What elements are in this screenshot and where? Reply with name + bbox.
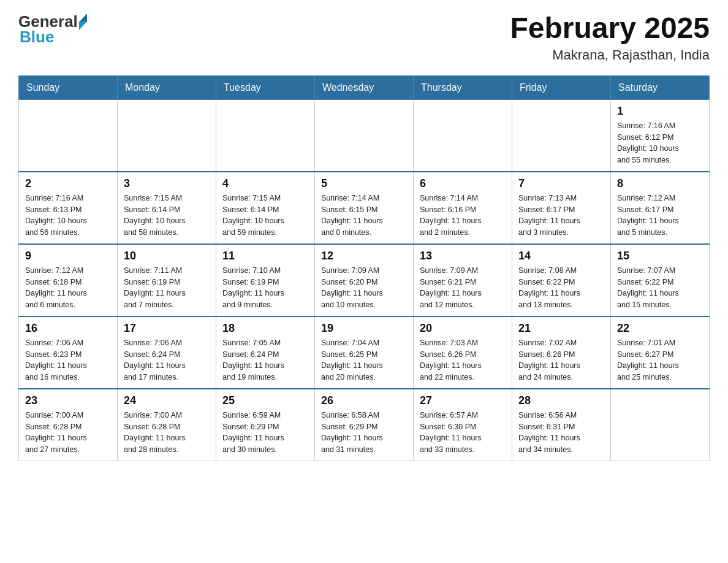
day-number: 11 [222, 250, 308, 262]
day-number: 10 [124, 250, 210, 262]
calendar-day-cell: 20Sunrise: 7:03 AM Sunset: 6:26 PM Dayli… [414, 316, 512, 389]
day-number: 27 [420, 394, 506, 407]
day-number: 7 [518, 177, 604, 190]
calendar-day-cell: 27Sunrise: 6:57 AM Sunset: 6:30 PM Dayli… [414, 389, 512, 461]
day-info: Sunrise: 7:00 AM Sunset: 6:28 PM Dayligh… [25, 410, 111, 456]
day-info: Sunrise: 7:06 AM Sunset: 6:24 PM Dayligh… [124, 337, 210, 383]
day-number: 9 [25, 250, 111, 262]
calendar-day-cell [19, 99, 118, 172]
day-number: 19 [321, 322, 407, 335]
page-header: General Blue February 2025 Makrana, Raja… [18, 12, 710, 63]
day-number: 17 [124, 322, 210, 335]
day-number: 15 [617, 250, 703, 262]
day-info: Sunrise: 7:16 AM Sunset: 6:13 PM Dayligh… [25, 193, 111, 239]
calendar-header-row: SundayMondayTuesdayWednesdayThursdayFrid… [19, 75, 710, 99]
calendar-day-cell: 15Sunrise: 7:07 AM Sunset: 6:22 PM Dayli… [611, 244, 710, 316]
title-block: February 2025 Makrana, Rajasthan, India [510, 12, 710, 63]
calendar-day-cell: 17Sunrise: 7:06 AM Sunset: 6:24 PM Dayli… [118, 316, 216, 389]
calendar-day-header: Thursday [414, 75, 512, 99]
day-number: 13 [420, 250, 506, 262]
calendar-week-row: 2Sunrise: 7:16 AM Sunset: 6:13 PM Daylig… [19, 172, 710, 244]
calendar-day-cell: 11Sunrise: 7:10 AM Sunset: 6:19 PM Dayli… [216, 244, 315, 316]
day-info: Sunrise: 7:04 AM Sunset: 6:25 PM Dayligh… [321, 337, 407, 383]
calendar-day-cell: 24Sunrise: 7:00 AM Sunset: 6:28 PM Dayli… [118, 389, 216, 461]
calendar-day-cell: 7Sunrise: 7:13 AM Sunset: 6:17 PM Daylig… [512, 172, 611, 244]
day-number: 16 [25, 322, 111, 335]
day-info: Sunrise: 7:02 AM Sunset: 6:26 PM Dayligh… [518, 337, 604, 383]
day-number: 21 [518, 322, 604, 335]
calendar-day-cell: 12Sunrise: 7:09 AM Sunset: 6:20 PM Dayli… [315, 244, 414, 316]
calendar-day-header: Sunday [19, 75, 118, 99]
day-number: 22 [617, 322, 703, 335]
calendar-day-header: Monday [118, 75, 216, 99]
day-info: Sunrise: 7:14 AM Sunset: 6:16 PM Dayligh… [420, 193, 506, 239]
logo-blue-text: Blue [20, 28, 54, 47]
calendar-day-cell: 23Sunrise: 7:00 AM Sunset: 6:28 PM Dayli… [19, 389, 118, 461]
day-info: Sunrise: 7:14 AM Sunset: 6:15 PM Dayligh… [321, 193, 407, 239]
calendar-day-cell: 14Sunrise: 7:08 AM Sunset: 6:22 PM Dayli… [512, 244, 611, 316]
logo: General Blue [18, 12, 87, 47]
calendar-day-cell: 10Sunrise: 7:11 AM Sunset: 6:19 PM Dayli… [118, 244, 216, 316]
day-number: 8 [617, 177, 703, 190]
calendar-day-cell: 18Sunrise: 7:05 AM Sunset: 6:24 PM Dayli… [216, 316, 315, 389]
day-info: Sunrise: 7:11 AM Sunset: 6:19 PM Dayligh… [124, 265, 210, 311]
day-number: 14 [518, 250, 604, 262]
calendar-day-header: Wednesday [315, 75, 414, 99]
day-number: 23 [25, 394, 111, 407]
calendar-day-header: Friday [512, 75, 611, 99]
calendar-day-cell: 8Sunrise: 7:12 AM Sunset: 6:17 PM Daylig… [611, 172, 710, 244]
day-info: Sunrise: 7:12 AM Sunset: 6:18 PM Dayligh… [25, 265, 111, 311]
day-info: Sunrise: 7:15 AM Sunset: 6:14 PM Dayligh… [124, 193, 210, 239]
calendar-day-cell: 4Sunrise: 7:15 AM Sunset: 6:14 PM Daylig… [216, 172, 315, 244]
calendar-day-cell: 6Sunrise: 7:14 AM Sunset: 6:16 PM Daylig… [414, 172, 512, 244]
day-number: 6 [420, 177, 506, 190]
day-info: Sunrise: 7:03 AM Sunset: 6:26 PM Dayligh… [420, 337, 506, 383]
calendar-table: SundayMondayTuesdayWednesdayThursdayFrid… [18, 75, 710, 461]
calendar-day-cell: 19Sunrise: 7:04 AM Sunset: 6:25 PM Dayli… [315, 316, 414, 389]
day-number: 12 [321, 250, 407, 262]
calendar-day-header: Saturday [611, 75, 710, 99]
day-info: Sunrise: 7:05 AM Sunset: 6:24 PM Dayligh… [222, 337, 308, 383]
day-info: Sunrise: 6:58 AM Sunset: 6:29 PM Dayligh… [321, 410, 407, 456]
day-info: Sunrise: 7:15 AM Sunset: 6:14 PM Dayligh… [222, 193, 308, 239]
day-info: Sunrise: 6:59 AM Sunset: 6:29 PM Dayligh… [222, 410, 308, 456]
calendar-day-cell: 13Sunrise: 7:09 AM Sunset: 6:21 PM Dayli… [414, 244, 512, 316]
calendar-day-cell: 5Sunrise: 7:14 AM Sunset: 6:15 PM Daylig… [315, 172, 414, 244]
calendar-day-cell [216, 99, 315, 172]
calendar-day-cell: 26Sunrise: 6:58 AM Sunset: 6:29 PM Dayli… [315, 389, 414, 461]
calendar-day-cell: 21Sunrise: 7:02 AM Sunset: 6:26 PM Dayli… [512, 316, 611, 389]
day-info: Sunrise: 7:09 AM Sunset: 6:21 PM Dayligh… [420, 265, 506, 311]
calendar-day-header: Tuesday [216, 75, 315, 99]
day-info: Sunrise: 7:07 AM Sunset: 6:22 PM Dayligh… [617, 265, 703, 311]
month-title: February 2025 [510, 12, 710, 45]
calendar-week-row: 16Sunrise: 7:06 AM Sunset: 6:23 PM Dayli… [19, 316, 710, 389]
day-info: Sunrise: 7:16 AM Sunset: 6:12 PM Dayligh… [617, 120, 703, 166]
calendar-day-cell [512, 99, 611, 172]
day-number: 1 [617, 105, 703, 118]
calendar-day-cell: 28Sunrise: 6:56 AM Sunset: 6:31 PM Dayli… [512, 389, 611, 461]
calendar-day-cell: 22Sunrise: 7:01 AM Sunset: 6:27 PM Dayli… [611, 316, 710, 389]
calendar-day-cell [611, 389, 710, 461]
day-info: Sunrise: 7:08 AM Sunset: 6:22 PM Dayligh… [518, 265, 604, 311]
day-number: 26 [321, 394, 407, 407]
day-number: 18 [222, 322, 308, 335]
day-number: 28 [518, 394, 604, 407]
day-number: 4 [222, 177, 308, 190]
day-info: Sunrise: 7:00 AM Sunset: 6:28 PM Dayligh… [124, 410, 210, 456]
day-number: 24 [124, 394, 210, 407]
day-info: Sunrise: 7:13 AM Sunset: 6:17 PM Dayligh… [518, 193, 604, 239]
day-number: 20 [420, 322, 506, 335]
calendar-day-cell [118, 99, 216, 172]
calendar-day-cell: 16Sunrise: 7:06 AM Sunset: 6:23 PM Dayli… [19, 316, 118, 389]
day-info: Sunrise: 7:12 AM Sunset: 6:17 PM Dayligh… [617, 193, 703, 239]
day-info: Sunrise: 7:01 AM Sunset: 6:27 PM Dayligh… [617, 337, 703, 383]
calendar-day-cell: 2Sunrise: 7:16 AM Sunset: 6:13 PM Daylig… [19, 172, 118, 244]
day-number: 5 [321, 177, 407, 190]
calendar-day-cell: 9Sunrise: 7:12 AM Sunset: 6:18 PM Daylig… [19, 244, 118, 316]
calendar-day-cell [315, 99, 414, 172]
calendar-day-cell: 25Sunrise: 6:59 AM Sunset: 6:29 PM Dayli… [216, 389, 315, 461]
day-number: 3 [124, 177, 210, 190]
calendar-day-cell [414, 99, 512, 172]
calendar-week-row: 9Sunrise: 7:12 AM Sunset: 6:18 PM Daylig… [19, 244, 710, 316]
calendar-week-row: 1Sunrise: 7:16 AM Sunset: 6:12 PM Daylig… [19, 99, 710, 172]
